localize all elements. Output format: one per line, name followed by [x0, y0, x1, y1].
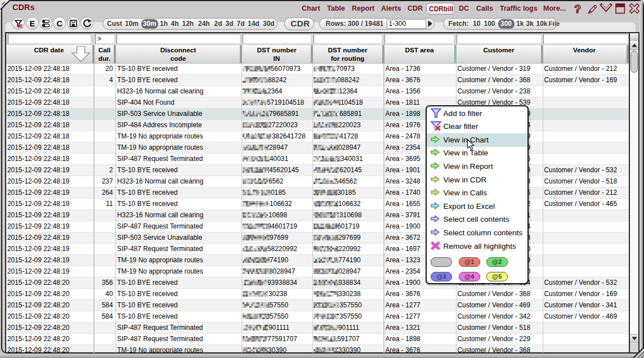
svg-text:C: C [57, 19, 63, 28]
svg-text:E: E [30, 19, 35, 28]
svg-text:?: ? [574, 3, 581, 15]
